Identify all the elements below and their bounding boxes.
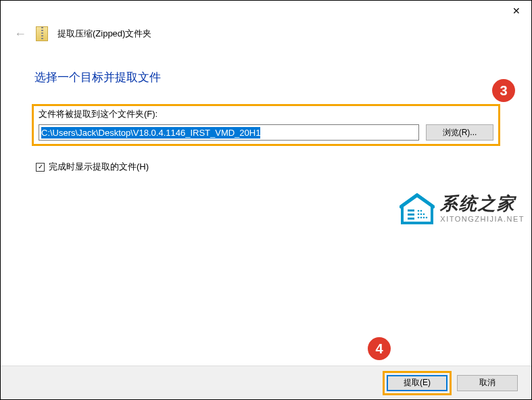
callout-badge-3: 3 [492,79,515,102]
zip-folder-icon [36,26,48,41]
watermark: 系统之家 XITONGZHIJIA.NET [400,193,525,224]
destination-path-input[interactable]: C:\Users\Jack\Desktop\V18.0.4.1146_IRST_… [39,124,419,141]
svg-rect-2 [408,218,414,220]
svg-point-11 [426,217,428,219]
cancel-button[interactable]: 取消 [457,375,518,391]
header-title: 提取压缩(Zipped)文件夹 [57,28,151,40]
show-files-checkbox-label: 完成时显示提取的文件(H) [49,161,149,173]
show-files-checkbox[interactable]: ✓ [36,163,45,172]
browse-button[interactable]: 浏览(R)... [426,124,493,141]
svg-rect-0 [408,209,414,211]
content-area: 选择一个目标并提取文件 文件将被提取到这个文件夹(F): C:\Users\Ja… [1,53,531,173]
titlebar: ✕ [1,1,531,22]
destination-field-group: 文件将被提取到这个文件夹(F): C:\Users\Jack\Desktop\V… [34,104,498,145]
svg-point-6 [420,214,422,216]
destination-input-row: C:\Users\Jack\Desktop\V18.0.4.1146_IRST_… [39,124,493,141]
callout-badge-4: 4 [368,337,391,360]
svg-point-4 [420,210,422,212]
svg-rect-1 [408,214,414,216]
house-icon [400,193,435,224]
svg-point-9 [420,217,422,219]
close-button[interactable]: ✕ [501,1,531,21]
back-arrow-icon: ← [14,27,26,41]
watermark-brand-en: XITONGZHIJIA.NET [440,215,525,223]
svg-point-5 [418,214,420,216]
page-heading: 选择一个目标并提取文件 [34,70,498,85]
destination-path-value: C:\Users\Jack\Desktop\V18.0.4.1146_IRST_… [41,127,260,139]
dialog-footer: 提取(E) 取消 [1,366,531,399]
extract-button-wrapper: 提取(E) [384,372,450,394]
extract-button[interactable]: 提取(E) [387,375,448,391]
svg-point-7 [423,214,425,216]
svg-point-8 [418,217,420,219]
watermark-text: 系统之家 XITONGZHIJIA.NET [440,195,525,223]
svg-point-10 [423,217,425,219]
wizard-header: ← 提取压缩(Zipped)文件夹 [1,22,531,53]
watermark-brand-cn: 系统之家 [440,195,525,212]
show-files-checkbox-row: ✓ 完成时显示提取的文件(H) [34,161,498,173]
svg-point-3 [418,210,420,212]
destination-label: 文件将被提取到这个文件夹(F): [39,108,493,120]
